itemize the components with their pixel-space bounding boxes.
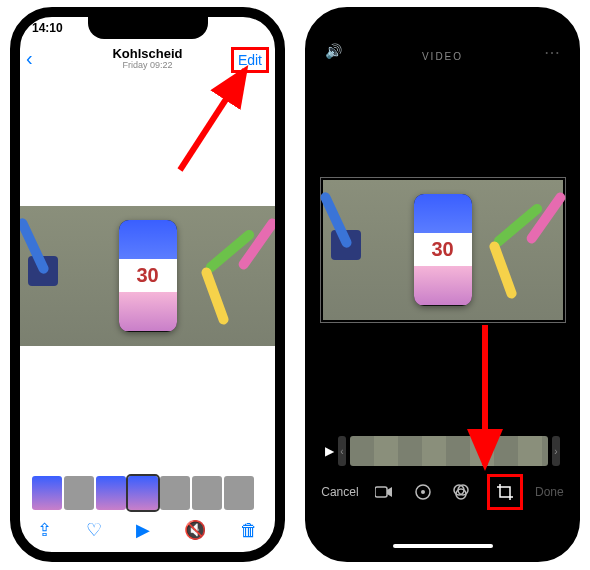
play-small-icon[interactable]: ▶: [325, 444, 334, 458]
notch: [88, 17, 208, 39]
trim-handle-left[interactable]: ‹: [338, 436, 346, 466]
thumb[interactable]: [96, 476, 126, 510]
photo-number: 30: [119, 259, 177, 293]
editor-toolbar: Cancel Done: [315, 474, 570, 510]
svg-line-0: [180, 70, 245, 170]
editor-mode-label: VIDEO: [315, 41, 570, 71]
editor-canvas[interactable]: 30: [315, 77, 570, 422]
trash-icon[interactable]: 🗑: [240, 520, 258, 541]
thumbnail-strip[interactable]: [32, 476, 263, 510]
svg-rect-1: [375, 487, 387, 497]
adjust-tool-icon[interactable]: [410, 479, 436, 505]
thumb[interactable]: [224, 476, 254, 510]
home-indicator[interactable]: [393, 544, 493, 548]
thumb[interactable]: [160, 476, 190, 510]
play-icon[interactable]: ▶: [136, 519, 150, 541]
annotation-arrow-edit: [170, 60, 260, 184]
video-frame: 30: [20, 206, 275, 346]
phone-in-photo: 30: [414, 194, 472, 306]
marker-yellow: [200, 266, 230, 326]
mute-icon[interactable]: 🔇: [184, 519, 206, 541]
heart-icon[interactable]: ♡: [86, 519, 102, 541]
video-frame: 30: [323, 180, 563, 320]
cancel-button[interactable]: Cancel: [321, 485, 358, 499]
thumb[interactable]: [64, 476, 94, 510]
svg-point-3: [421, 490, 425, 494]
trim-handle-right[interactable]: ›: [552, 436, 560, 466]
thumb[interactable]: [192, 476, 222, 510]
notch: [383, 17, 503, 39]
status-time: 14:10: [32, 21, 63, 35]
phone-in-photo: 30: [119, 220, 177, 332]
phone-video-editor: 🔊 VIDEO ⋯ 30 ▶: [305, 7, 580, 562]
thumb-selected[interactable]: [128, 476, 158, 510]
back-icon[interactable]: ‹: [26, 47, 33, 70]
thumb[interactable]: [32, 476, 62, 510]
share-icon[interactable]: ⇪: [37, 519, 52, 541]
toolbar: ⇪ ♡ ▶ 🔇 🗑: [20, 514, 275, 546]
annotation-arrow-crop: [460, 320, 510, 484]
crop-frame[interactable]: 30: [321, 178, 565, 322]
more-icon[interactable]: ⋯: [544, 43, 560, 62]
marker-yellow: [488, 240, 518, 300]
video-tool-icon[interactable]: [371, 479, 397, 505]
done-button[interactable]: Done: [535, 485, 564, 499]
photo-number: 30: [414, 233, 472, 267]
timeline-frames[interactable]: [350, 436, 548, 466]
video-timeline[interactable]: ▶ ‹ ›: [325, 436, 560, 466]
tutorial-two-screens: 14:10 ‹ Kohlscheid Friday 09:22 Edit 30: [0, 0, 590, 570]
